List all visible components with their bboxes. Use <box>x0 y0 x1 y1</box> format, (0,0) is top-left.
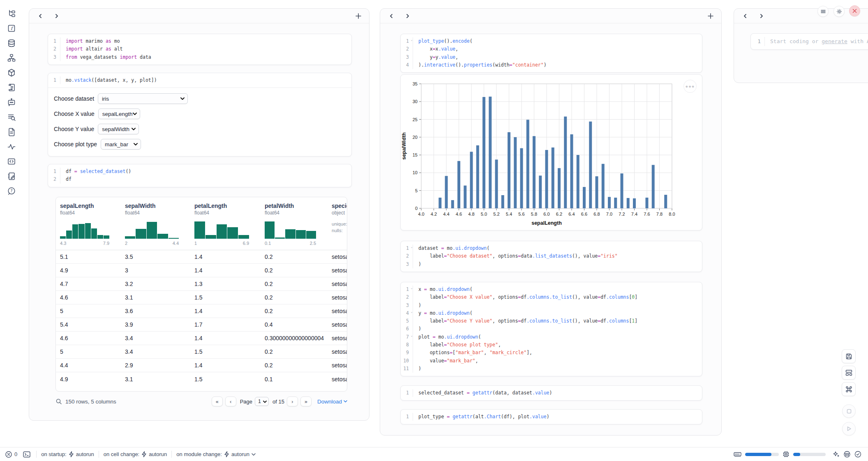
generate-with-ai-link[interactable]: generate <box>822 38 847 44</box>
code-cell-xy-plot-dropdowns[interactable]: 1⌄x = mo.ui.dropdown(2 label="Choose X v… <box>400 282 702 376</box>
datasources-icon[interactable] <box>7 39 16 48</box>
chevron-right-icon[interactable] <box>403 12 412 21</box>
ai-assist-button[interactable] <box>833 451 840 458</box>
column-stats: unique:nulls: <box>332 221 347 234</box>
svg-text:4.6: 4.6 <box>456 212 462 217</box>
code-cell-plot-type[interactable]: 1plot_type = getattr(alt.Chart(df), plot… <box>400 409 702 424</box>
code-cell-plot-encode[interactable]: 1⌄plot_type().encode(2 x=x.value,3 y=y.v… <box>400 34 702 73</box>
page-select[interactable]: 1 <box>255 397 269 406</box>
svg-text:35: 35 <box>413 81 418 86</box>
error-count-indicator[interactable]: 0 <box>5 451 17 458</box>
runtime-config-3[interactable]: on module change:autorun <box>176 451 256 457</box>
outline-icon[interactable] <box>7 83 16 92</box>
column-header-petalLength[interactable]: petalLengthfloat6416.9 <box>190 203 261 246</box>
chevron-left-icon[interactable] <box>387 12 396 21</box>
table-row: 53.41.50.2setosa <box>56 345 347 359</box>
control-row: Choose datasetiris <box>54 93 351 104</box>
variables-icon[interactable]: f <box>7 24 16 33</box>
runtime-config-2[interactable]: on cell change:autorun <box>104 451 167 457</box>
svg-text:5.2: 5.2 <box>493 212 499 217</box>
fold-chevron-icon[interactable]: ⌄ <box>411 36 413 44</box>
terminal-button[interactable] <box>23 451 30 458</box>
run-button[interactable] <box>842 422 856 436</box>
download-button[interactable]: Download <box>317 399 347 405</box>
search-icon[interactable] <box>55 398 62 405</box>
last-page-button[interactable]: » <box>300 396 312 406</box>
fold-chevron-icon[interactable]: ⌄ <box>411 243 413 251</box>
code-line: 11) <box>401 365 702 373</box>
svg-text:7.2: 7.2 <box>619 212 625 217</box>
chevron-right-icon[interactable] <box>757 12 766 21</box>
copilot-button[interactable] <box>843 451 851 458</box>
plot-type-select[interactable]: mark_bar <box>101 139 141 150</box>
first-page-button[interactable]: « <box>212 396 223 406</box>
fold-chevron-icon[interactable]: ⌄ <box>411 284 413 292</box>
dependency-graph-icon[interactable] <box>7 53 16 62</box>
settings-button[interactable] <box>833 6 845 17</box>
column-header-species[interactable]: speciesobjectunique:nulls: <box>328 203 347 246</box>
layout-button[interactable] <box>842 366 856 380</box>
scratchpad-icon[interactable] <box>7 172 16 181</box>
logs-icon[interactable] <box>7 113 16 122</box>
help-icon[interactable]: ? <box>7 187 16 196</box>
code-line: 1⌄dataset = mo.ui.dropdown( <box>401 244 702 252</box>
code-line: 2df <box>48 175 351 183</box>
svg-text:7.0: 7.0 <box>606 212 612 217</box>
svg-text:6.4: 6.4 <box>568 212 575 217</box>
chevron-right-icon[interactable] <box>52 12 61 21</box>
chat-icon[interactable] <box>7 98 16 107</box>
editor-placeholder: Start coding or generate with AI <box>765 37 868 46</box>
code-cell-vstack[interactable]: 1mo.vstack([dataset, x, y, plot]) Choose… <box>48 73 352 157</box>
code-cell-df[interactable]: 1df = selected_dataset()2df <box>48 164 352 187</box>
fold-chevron-icon[interactable]: ⌄ <box>411 308 413 316</box>
code-line: 4).interactive().properties(width="conta… <box>401 61 702 69</box>
chevron-left-icon[interactable] <box>741 12 750 21</box>
column-header-petalWidth[interactable]: petalWidthfloat640.12.5 <box>261 203 328 246</box>
chevron-down-icon <box>252 453 256 456</box>
chart-menu-button[interactable]: ●●● <box>683 80 697 93</box>
next-page-button[interactable]: › <box>287 396 298 406</box>
ram-icon <box>734 452 741 457</box>
snippets-icon[interactable] <box>7 157 16 166</box>
svg-text:f: f <box>11 26 14 31</box>
code-cell-imports[interactable]: 1import marimo as mo2import altair as al… <box>48 34 352 65</box>
packages-icon[interactable] <box>7 68 16 77</box>
svg-text:4.0: 4.0 <box>418 212 424 217</box>
add-cell-button[interactable] <box>706 12 715 20</box>
table-row: 4.73.21.30.2setosa <box>56 277 347 291</box>
y-value-select[interactable]: sepalWidth <box>98 124 139 134</box>
add-cell-button[interactable] <box>354 12 362 20</box>
file-explorer-icon[interactable] <box>7 9 16 18</box>
menu-button[interactable] <box>817 6 829 17</box>
fold-chevron-icon[interactable]: ⌄ <box>411 332 413 339</box>
code-cell-selected-dataset[interactable]: 1selected_dataset = getattr(data, datase… <box>400 385 702 401</box>
dataset-select[interactable]: iris <box>98 93 188 104</box>
control-label: Choose Y value <box>54 126 94 132</box>
svg-text:5.0: 5.0 <box>481 212 487 217</box>
prev-page-button[interactable]: ‹ <box>225 396 236 406</box>
notebook-column-2: 1⌄plot_type().encode(2 x=x.value,3 y=y.v… <box>380 8 722 436</box>
runtime-config-1[interactable]: on startup:autorun <box>41 451 94 457</box>
keyboard-shortcuts-button[interactable] <box>842 382 856 396</box>
documentation-icon[interactable] <box>7 127 16 136</box>
save-button[interactable] <box>842 349 856 363</box>
column-header-sepalLength[interactable]: sepalLengthfloat644.37.9 <box>56 203 121 246</box>
column-header-sepalWidth[interactable]: sepalWidthfloat6424.4 <box>121 203 190 246</box>
x-value-select[interactable]: sepalLength <box>98 108 140 119</box>
bar-chart[interactable]: 4.04.24.44.64.85.05.25.45.65.86.06.26.46… <box>401 75 703 229</box>
svg-text:5.8: 5.8 <box>531 212 537 217</box>
column-2-header <box>380 9 721 23</box>
svg-text:?: ? <box>10 189 12 193</box>
empty-code-cell[interactable]: 1 Start coding or generate with AI <box>750 33 868 50</box>
column-histogram <box>265 220 316 239</box>
svg-text:sepalLength: sepalLength <box>531 220 562 226</box>
code-cell-dataset-dropdown[interactable]: 1⌄dataset = mo.ui.dropdown(2 label="Choo… <box>400 241 702 272</box>
svg-text:5.6: 5.6 <box>518 212 524 217</box>
cpu-usage-fill <box>793 453 800 456</box>
code-line: 5 label="Choose Y value", options=df.col… <box>401 317 702 325</box>
chevron-left-icon[interactable] <box>36 12 45 21</box>
connection-status-button[interactable] <box>854 451 861 458</box>
tracing-icon[interactable] <box>7 142 16 151</box>
stop-button[interactable] <box>842 404 856 418</box>
close-panel-button[interactable] <box>849 5 860 16</box>
